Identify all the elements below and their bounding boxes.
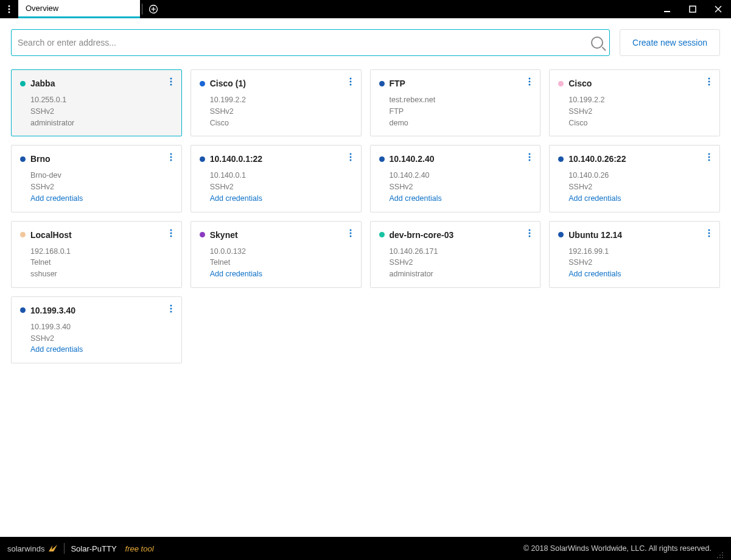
svg-point-1 — [9, 9, 10, 10]
session-name: 10.140.0.1:22 — [210, 154, 262, 164]
create-session-button[interactable]: Create new session — [620, 29, 720, 56]
svg-point-32 — [708, 156, 710, 158]
session-menu-button[interactable] — [166, 75, 177, 88]
tab-label: Overview — [26, 4, 58, 13]
titlebar: Overview — [0, 0, 731, 18]
session-name: Cisco (1) — [210, 79, 246, 88]
session-menu-button[interactable] — [166, 150, 177, 164]
status-dot-icon — [558, 156, 564, 162]
session-card[interactable]: Jabba10.255.0.1SSHv2administrator — [11, 69, 182, 136]
session-details: test.rebex.netFTPdemo — [379, 94, 532, 128]
session-card[interactable]: LocalHost192.168.0.1Telnetsshuser — [11, 221, 182, 288]
add-credentials-link[interactable]: Add credentials — [210, 193, 352, 205]
session-protocol: SSHv2 — [30, 181, 173, 193]
session-details: 10.140.0.1SSHv2Add credentials — [200, 170, 352, 204]
app-menu-button[interactable] — [0, 0, 18, 18]
session-menu-button[interactable] — [345, 75, 356, 88]
session-menu-button[interactable] — [524, 75, 535, 88]
status-dot-icon — [200, 156, 205, 162]
session-protocol: SSHv2 — [568, 257, 711, 268]
session-card[interactable]: 10.140.2.4010.140.2.40SSHv2Add credentia… — [370, 145, 541, 212]
session-card[interactable]: 10.140.0.26:2210.140.0.26SSHv2Add creden… — [549, 145, 720, 212]
session-card[interactable]: 10.140.0.1:2210.140.0.1SSHv2Add credenti… — [191, 145, 362, 212]
session-host: 10.255.0.1 — [30, 94, 173, 106]
svg-point-48 — [170, 310, 172, 312]
session-name: LocalHost — [30, 230, 72, 240]
session-menu-button[interactable] — [166, 226, 177, 240]
add-credentials-link[interactable]: Add credentials — [568, 268, 711, 280]
tab-divider — [140, 0, 144, 18]
session-card[interactable]: FTPtest.rebex.netFTPdemo — [370, 69, 541, 136]
search-box[interactable] — [11, 29, 610, 56]
session-menu-button[interactable] — [524, 226, 535, 240]
minimize-button[interactable] — [654, 0, 680, 18]
session-menu-button[interactable] — [524, 150, 535, 164]
svg-point-0 — [9, 5, 10, 7]
copyright: © 2018 SolarWinds Worldwide, LLC. All ri… — [523, 544, 712, 553]
session-name: FTP — [390, 79, 405, 88]
resize-grip-icon[interactable] — [716, 551, 724, 559]
tab-overview[interactable]: Overview — [18, 0, 140, 18]
add-credentials-link[interactable]: Add credentials — [390, 193, 532, 205]
session-card[interactable]: Cisco (1)10.199.2.2SSHv2Cisco — [191, 69, 362, 136]
svg-point-39 — [349, 235, 351, 237]
window-controls — [654, 0, 731, 18]
svg-point-34 — [170, 229, 172, 231]
status-dot-icon — [379, 81, 385, 86]
session-details: 10.140.0.26SSHv2Add credentials — [558, 170, 711, 204]
add-credentials-link[interactable]: Add credentials — [30, 193, 173, 205]
create-session-label: Create new session — [632, 38, 707, 47]
session-menu-button[interactable] — [345, 150, 356, 164]
session-card[interactable]: dev-brn-core-0310.140.26.171SSHv2adminis… — [370, 221, 541, 288]
svg-point-12 — [170, 84, 172, 86]
session-card[interactable]: BrnoBrno-devSSHv2Add credentials — [11, 145, 182, 212]
session-menu-button[interactable] — [166, 302, 177, 315]
svg-rect-7 — [690, 6, 696, 12]
session-protocol: SSHv2 — [210, 181, 352, 193]
session-protocol: SSHv2 — [30, 333, 173, 345]
svg-point-26 — [349, 156, 351, 158]
session-details: 10.199.3.40SSHv2Add credentials — [20, 321, 173, 355]
session-name: Cisco — [568, 79, 592, 88]
session-card[interactable]: Skynet10.0.0.132TelnetAdd credentials — [191, 221, 362, 288]
session-name: 10.199.3.40 — [30, 306, 75, 315]
search-input[interactable] — [18, 38, 591, 47]
svg-point-30 — [529, 159, 531, 161]
add-credentials-link[interactable]: Add credentials — [210, 268, 352, 280]
session-host: 10.140.0.1 — [210, 170, 352, 181]
svg-point-23 — [170, 156, 172, 158]
session-user: sshuser — [30, 268, 173, 280]
svg-point-35 — [170, 232, 172, 234]
session-user: Cisco — [568, 117, 711, 129]
add-credentials-link[interactable]: Add credentials — [568, 193, 711, 205]
svg-point-31 — [708, 153, 710, 155]
session-protocol: SSHv2 — [30, 106, 173, 117]
new-tab-button[interactable] — [144, 0, 163, 18]
close-button[interactable] — [705, 0, 731, 18]
session-menu-button[interactable] — [704, 150, 715, 164]
add-credentials-link[interactable]: Add credentials — [30, 344, 173, 355]
session-protocol: Telnet — [30, 257, 173, 268]
main-area: Create new session Jabba10.255.0.1SSHv2a… — [0, 18, 731, 537]
maximize-button[interactable] — [680, 0, 705, 18]
session-user: administrator — [30, 117, 173, 129]
session-card[interactable]: Cisco10.199.2.2SSHv2Cisco — [549, 69, 720, 136]
session-host: 10.199.2.2 — [568, 94, 711, 106]
session-details: 10.255.0.1SSHv2administrator — [20, 94, 173, 128]
session-host: 192.16.99.1 — [568, 246, 711, 257]
svg-point-29 — [529, 156, 531, 158]
session-card[interactable]: 10.199.3.4010.199.3.40SSHv2Add credentia… — [11, 296, 182, 363]
session-menu-button[interactable] — [704, 226, 715, 240]
session-details: 10.140.2.40SSHv2Add credentials — [379, 170, 532, 204]
session-protocol: SSHv2 — [390, 181, 532, 193]
session-grid: Jabba10.255.0.1SSHv2administratorCisco (… — [11, 69, 720, 363]
svg-point-50 — [722, 555, 723, 556]
session-menu-button[interactable] — [345, 226, 356, 240]
session-host: 10.140.2.40 — [390, 170, 532, 181]
session-card[interactable]: Ubuntu 12.14192.16.99.1SSHv2Add credenti… — [549, 221, 720, 288]
session-host: test.rebex.net — [390, 94, 532, 106]
session-user: Cisco — [210, 117, 352, 129]
session-menu-button[interactable] — [704, 75, 715, 88]
session-user: administrator — [390, 268, 532, 280]
session-name: 10.140.0.26:22 — [568, 154, 626, 164]
